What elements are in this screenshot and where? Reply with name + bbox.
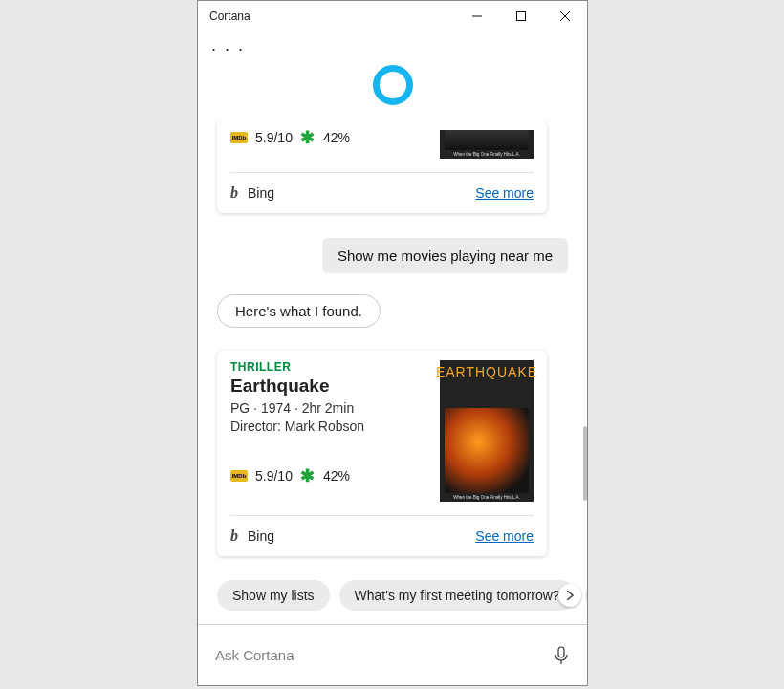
poster-tagline: When the Big One Finally Hits L.A.: [453, 152, 519, 157]
bing-icon: b: [230, 528, 238, 545]
bing-label: Bing: [248, 185, 274, 201]
rt-rating: 42%: [323, 130, 350, 145]
titlebar: Cortana: [198, 1, 587, 32]
cortana-message: Here's what I found.: [217, 294, 381, 328]
ratings-row: IMDb 5.9/10 ✱ 42%: [230, 130, 426, 145]
rotten-tomatoes-icon: ✱: [300, 130, 316, 145]
see-more-link[interactable]: See more: [475, 528, 534, 544]
poster-tagline: When the Big One Finally Hits L.A.: [453, 495, 519, 500]
scrollbar-thumb[interactable]: [583, 426, 587, 501]
suggestion-chip[interactable]: What's my first meeting tomorrow?: [339, 580, 576, 611]
suggestion-chip[interactable]: [585, 588, 587, 603]
bing-icon: b: [230, 184, 238, 202]
movie-director: Director: Mark Robson: [230, 419, 426, 434]
suggestion-chip[interactable]: Show my lists: [217, 580, 330, 611]
cortana-logo-icon: [373, 65, 413, 105]
bing-source[interactable]: b Bing: [230, 528, 274, 545]
close-button[interactable]: [543, 1, 587, 32]
movie-poster: When the Big One Finally Hits L.A.: [440, 130, 534, 159]
ask-cortana-input[interactable]: [215, 647, 553, 663]
window-controls: [455, 1, 587, 32]
more-menu-button[interactable]: . . .: [198, 32, 587, 65]
cortana-window: Cortana . . . IMDb 5.9/10: [197, 0, 588, 686]
chat-area: IMDb 5.9/10 ✱ 42% When the Big One Final…: [198, 120, 587, 571]
bing-label: Bing: [248, 528, 274, 544]
window-title: Cortana: [209, 10, 250, 23]
movie-poster: EARTHQUAKE When the Big One Finally Hits…: [440, 360, 534, 502]
poster-title: EARTHQUAKE: [436, 364, 537, 379]
movie-genre: THRILLER: [230, 360, 426, 374]
imdb-icon: IMDb: [230, 470, 248, 482]
imdb-rating: 5.9/10: [255, 468, 293, 484]
cortana-logo-wrap: [198, 65, 587, 120]
bing-source[interactable]: b Bing: [230, 184, 274, 202]
svg-rect-1: [517, 12, 526, 21]
imdb-icon: IMDb: [230, 132, 248, 143]
imdb-rating: 5.9/10: [255, 130, 293, 145]
suggestions-next-button[interactable]: [558, 584, 581, 607]
movie-card[interactable]: IMDb 5.9/10 ✱ 42% When the Big One Final…: [217, 120, 547, 213]
movie-card[interactable]: THRILLER Earthquake PG · 1974 · 2hr 2min…: [217, 351, 547, 556]
minimize-button[interactable]: [455, 1, 499, 32]
rotten-tomatoes-icon: ✱: [300, 468, 316, 484]
svg-rect-4: [558, 647, 564, 657]
movie-meta: PG · 1974 · 2hr 2min: [230, 400, 426, 416]
maximize-button[interactable]: [499, 1, 543, 32]
see-more-link[interactable]: See more: [475, 185, 534, 201]
movie-title: Earthquake: [230, 376, 426, 397]
chevron-right-icon: [566, 591, 574, 600]
input-bar: [198, 624, 587, 685]
ratings-row: IMDb 5.9/10 ✱ 42%: [230, 468, 426, 484]
rt-rating: 42%: [323, 468, 350, 484]
suggestion-bar: Show my lists What's my first meeting to…: [198, 571, 587, 624]
mic-icon: [555, 646, 568, 665]
user-message: Show me movies playing near me: [322, 238, 568, 273]
mic-button[interactable]: [553, 646, 570, 665]
